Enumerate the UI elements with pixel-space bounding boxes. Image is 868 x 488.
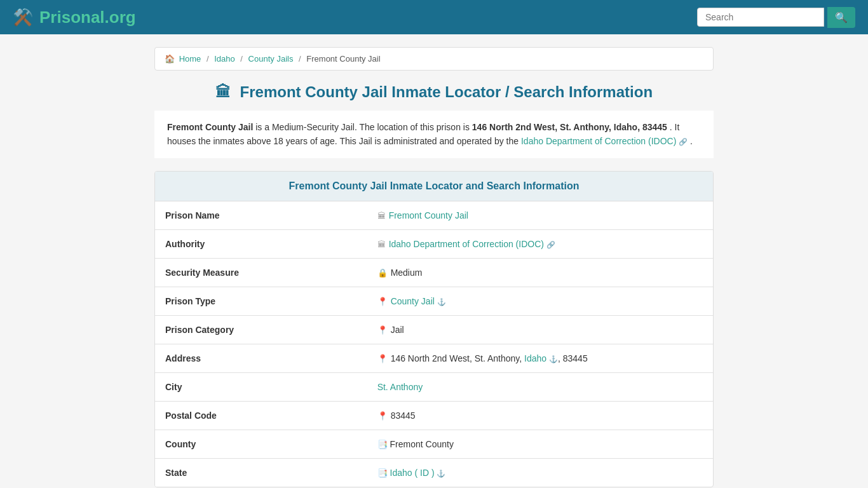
logo-area: ⚒️ Prisonal.org — [13, 8, 136, 27]
row-label: Address — [155, 344, 367, 372]
search-area: 🔍 — [697, 7, 855, 28]
address-bold: 146 North 2nd West, St. Anthony, Idaho, … — [472, 122, 667, 132]
cell-icon: 📍 — [377, 411, 388, 421]
row-label: City — [155, 372, 367, 401]
prison-type-link[interactable]: County Jail — [391, 296, 435, 306]
breadcrumb-idaho[interactable]: Idaho — [214, 54, 235, 64]
city-link[interactable]: St. Anthony — [377, 382, 423, 392]
table-row: Authority🏛Idaho Department of Correction… — [155, 229, 713, 258]
description-text: Fremont County Jail is a Medium-Security… — [167, 120, 701, 149]
logo-main: Prisonal — [39, 8, 105, 27]
description-part1: is a Medium-Security Jail. The location … — [255, 122, 472, 132]
row-value: 📍83445 — [367, 401, 713, 430]
cell-icon: 🏛 — [377, 240, 386, 249]
page-title: 🏛 Fremont County Jail Inmate Locator / S… — [154, 83, 714, 101]
authority-link[interactable]: Idaho Department of Correction (IDOC) — [521, 136, 676, 146]
description-period: . — [690, 136, 693, 146]
table-row: Prison Name🏛Fremont County Jail — [155, 201, 713, 230]
breadcrumb-home[interactable]: Home — [179, 54, 201, 64]
row-value: 📑 Fremont County — [367, 430, 713, 458]
cell-icon: 🏛 — [377, 211, 386, 220]
breadcrumb-sep-1: / — [207, 54, 209, 64]
breadcrumb-sep-3: / — [299, 54, 301, 64]
prison-name-link[interactable]: Fremont County Jail — [389, 210, 468, 220]
row-value: 📍County Jail ⚓ — [367, 287, 713, 315]
cell-icon: 📍 — [377, 297, 388, 306]
table-row: Prison Type📍County Jail ⚓ — [155, 287, 713, 315]
table-row: Prison Category📍Jail — [155, 315, 713, 344]
row-label: Authority — [155, 229, 367, 258]
row-value: 🔒Medium — [367, 258, 713, 287]
row-label: Prison Name — [155, 201, 367, 230]
title-icon: 🏛 — [215, 83, 231, 100]
authority-link[interactable]: Idaho Department of Correction (IDOC) — [389, 239, 544, 249]
description-section: Fremont County Jail is a Medium-Security… — [154, 111, 714, 158]
info-section: Fremont County Jail Inmate Locator and S… — [154, 171, 714, 487]
info-table: Prison Name🏛Fremont County JailAuthority… — [155, 201, 713, 487]
site-logo[interactable]: Prisonal.org — [39, 8, 136, 27]
breadcrumb-current: Fremont County Jail — [306, 54, 380, 64]
row-value: 📍Jail — [367, 315, 713, 344]
row-value: 📑 Idaho ( ID ) ⚓ — [367, 458, 713, 487]
table-row: Address📍146 North 2nd West, St. Anthony,… — [155, 344, 713, 372]
state-link[interactable]: Idaho ( ID ) — [390, 468, 435, 478]
row-value: 📍146 North 2nd West, St. Anthony, Idaho … — [367, 344, 713, 372]
row-value: St. Anthony — [367, 372, 713, 401]
search-button[interactable]: 🔍 — [827, 7, 855, 28]
cell-icon: 📍 — [377, 354, 388, 363]
site-header: ⚒️ Prisonal.org 🔍 — [0, 0, 868, 34]
row-label: Security Measure — [155, 258, 367, 287]
table-row: County📑 Fremont County — [155, 430, 713, 458]
external-link-icon: 🔗 — [679, 138, 688, 146]
table-row: Security Measure🔒Medium — [155, 258, 713, 287]
breadcrumb-county-jails[interactable]: County Jails — [248, 54, 294, 64]
breadcrumb: 🏠 Home / Idaho / County Jails / Fremont … — [154, 47, 714, 71]
home-icon: 🏠 — [165, 54, 175, 64]
state-link[interactable]: Idaho — [524, 353, 546, 363]
row-value: 🏛Fremont County Jail — [367, 201, 713, 230]
row-label: County — [155, 430, 367, 458]
table-row: State📑 Idaho ( ID ) ⚓ — [155, 458, 713, 487]
logo-tld: .org — [105, 8, 136, 27]
row-label: Postal Code — [155, 401, 367, 430]
breadcrumb-sep-2: / — [240, 54, 243, 64]
main-container: 🏠 Home / Idaho / County Jails / Fremont … — [148, 47, 720, 487]
cell-icon: 🔒 — [377, 268, 388, 278]
info-section-header: Fremont County Jail Inmate Locator and S… — [155, 172, 713, 201]
row-label: Prison Type — [155, 287, 367, 315]
table-row: Postal Code📍83445 — [155, 401, 713, 430]
row-label: State — [155, 458, 367, 487]
prison-name-bold: Fremont County Jail — [167, 122, 253, 132]
logo-icon: ⚒️ — [13, 8, 33, 27]
cell-icon: 📍 — [377, 325, 388, 335]
row-label: Prison Category — [155, 315, 367, 344]
search-input[interactable] — [697, 8, 824, 27]
table-row: CitySt. Anthony — [155, 372, 713, 401]
row-value: 🏛Idaho Department of Correction (IDOC) 🔗 — [367, 229, 713, 258]
